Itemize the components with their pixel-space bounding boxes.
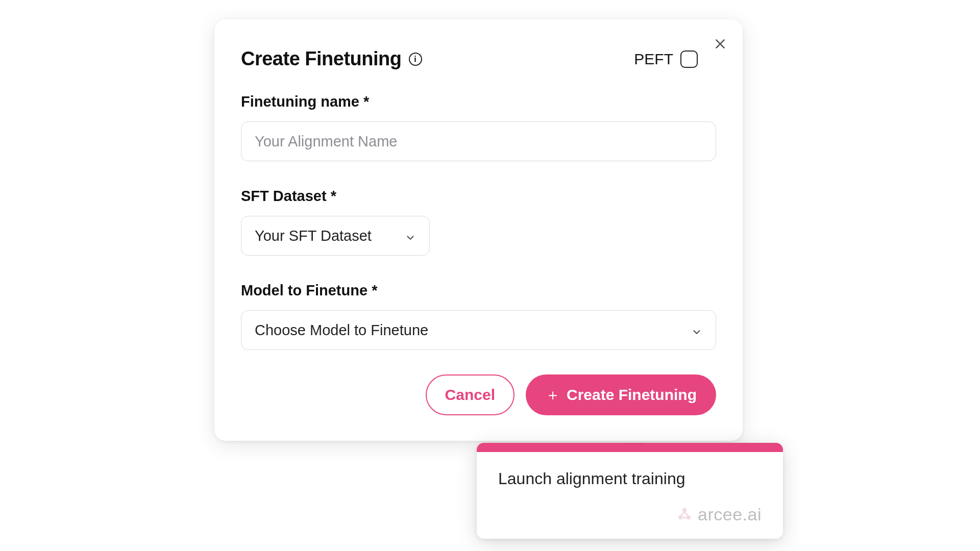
modal-actions: Cancel ＋ Create Finetuning <box>241 374 716 415</box>
tooltip-text: Launch alignment training <box>498 469 762 488</box>
svg-point-3 <box>678 515 682 519</box>
tooltip-accent-bar <box>477 443 783 452</box>
dataset-select[interactable]: Your SFT Dataset <box>241 216 430 256</box>
field-finetuning-name: Finetuning name * <box>241 93 716 161</box>
create-finetuning-button[interactable]: ＋ Create Finetuning <box>526 374 716 415</box>
svg-point-4 <box>687 515 691 519</box>
model-label: Model to Finetune * <box>241 282 716 299</box>
peft-checkbox[interactable] <box>680 51 698 68</box>
peft-label: PEFT <box>634 51 673 68</box>
name-input[interactable] <box>241 121 716 161</box>
cancel-label: Cancel <box>445 386 495 404</box>
svg-point-2 <box>682 508 687 512</box>
close-icon <box>714 37 727 51</box>
close-button[interactable] <box>710 34 730 54</box>
create-finetuning-modal: Create Finetuning i PEFT Finetuning name… <box>214 19 743 441</box>
field-model: Model to Finetune * Choose Model to Fine… <box>241 282 716 350</box>
cancel-button[interactable]: Cancel <box>426 374 514 415</box>
title-wrap: Create Finetuning i <box>241 48 422 70</box>
modal-header: Create Finetuning i PEFT <box>241 48 716 70</box>
peft-toggle[interactable]: PEFT <box>634 51 698 68</box>
tooltip-arrow <box>626 443 642 444</box>
create-label: Create Finetuning <box>567 386 697 404</box>
tooltip-brand: arcee.ai <box>498 505 762 524</box>
tooltip: Launch alignment training arcee.ai <box>477 443 783 539</box>
dataset-value: Your SFT Dataset <box>255 228 372 244</box>
model-value: Choose Model to Finetune <box>255 322 428 339</box>
model-select[interactable]: Choose Model to Finetune <box>241 310 716 350</box>
brand-text: arcee.ai <box>698 505 762 524</box>
chevron-down-icon <box>691 324 702 336</box>
dataset-label: SFT Dataset * <box>241 188 716 205</box>
field-sft-dataset: SFT Dataset * Your SFT Dataset <box>241 188 716 256</box>
plus-icon: ＋ <box>545 387 560 403</box>
chevron-down-icon <box>405 230 416 241</box>
modal-title: Create Finetuning <box>241 48 402 70</box>
name-label: Finetuning name * <box>241 93 716 110</box>
arcee-logo-icon <box>676 507 693 523</box>
tooltip-body: Launch alignment training arcee.ai <box>477 452 783 539</box>
info-icon[interactable]: i <box>409 53 422 66</box>
